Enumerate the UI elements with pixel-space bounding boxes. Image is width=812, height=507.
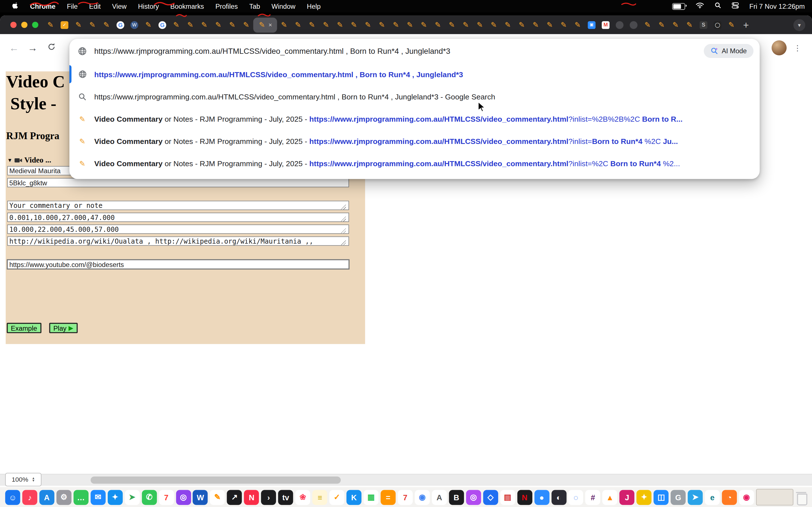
dock-icon-telegram[interactable]: ➤ xyxy=(688,490,703,504)
tab[interactable]: ✎ xyxy=(668,17,682,33)
example-button[interactable]: Example xyxy=(7,323,41,333)
dock-icon-pages[interactable]: ✎ xyxy=(210,490,225,504)
reload-button[interactable] xyxy=(43,43,59,54)
tab[interactable]: ✎ xyxy=(361,17,375,33)
dock-icon-docker[interactable]: ◫ xyxy=(654,490,668,504)
video-details-toggle[interactable]: ▼ Video ... xyxy=(7,156,51,165)
dock-icon-photos[interactable]: ❀ xyxy=(295,490,310,504)
zoom-window-button[interactable] xyxy=(32,22,38,28)
menu-item-tab[interactable]: Tab xyxy=(244,2,266,10)
scrollbar-thumb[interactable] xyxy=(91,476,341,484)
tab[interactable]: ✎ xyxy=(473,17,487,33)
tab[interactable]: ✎ xyxy=(725,17,739,33)
links-textarea[interactable]: http://wikipedia.org/wiki/Oualata , http… xyxy=(7,236,349,245)
tab-close-icon[interactable]: × xyxy=(268,22,272,28)
tab[interactable]: ✎ xyxy=(100,17,114,33)
dock-icon-tv[interactable]: tv xyxy=(278,490,293,504)
dock-icon-netflix[interactable]: N xyxy=(517,490,532,504)
menu-item-file[interactable]: File xyxy=(61,2,84,10)
new-tab-button[interactable]: + xyxy=(743,20,749,30)
tab[interactable]: ✎ xyxy=(487,17,501,33)
dock-icon-calendar[interactable]: 7 xyxy=(159,490,174,504)
dock-icon-mail[interactable]: ✉ xyxy=(91,490,105,504)
back-button[interactable]: ← xyxy=(6,43,22,54)
tab[interactable]: ✎ xyxy=(571,17,585,33)
video-id-input[interactable] xyxy=(7,178,349,187)
omnibox[interactable]: https://www.rjmprogramming.com.au/HTMLCS… xyxy=(69,39,760,63)
tab-active[interactable]: ✎× xyxy=(253,17,277,33)
horizontal-scrollbar[interactable] xyxy=(0,474,812,486)
tab[interactable]: ✎ xyxy=(71,17,86,33)
dock-icon-word[interactable]: W xyxy=(193,490,208,504)
tab[interactable]: ✎ xyxy=(375,17,389,33)
start-times-textarea[interactable]: 0.001,10.000,27.000,47.000 xyxy=(7,213,349,222)
tab[interactable]: ✎ xyxy=(319,17,333,33)
tab[interactable]: ✎ xyxy=(169,17,184,33)
dock-icon-dropbox[interactable]: ◇ xyxy=(483,490,498,504)
zoom-control[interactable]: 100% ▲▼ xyxy=(5,473,42,487)
dock-icon-podcast-app[interactable]: ◎ xyxy=(466,490,481,504)
tab[interactable]: ✎ xyxy=(515,17,529,33)
dock-icon-messages[interactable]: … xyxy=(73,490,88,504)
dock-icon-slack[interactable]: # xyxy=(585,490,600,504)
dock-icon-numbers[interactable]: ▦ xyxy=(363,490,378,504)
menu-item-history[interactable]: History xyxy=(132,2,165,10)
tab[interactable]: ✎ xyxy=(557,17,571,33)
tab[interactable]: ✎ xyxy=(277,17,291,33)
dock-icon-obs[interactable]: ◐ xyxy=(551,490,566,504)
dock-icon-preview[interactable]: ▤ xyxy=(500,490,515,504)
dock-icon-reminders[interactable]: ✓ xyxy=(329,490,344,504)
menu-item-edit[interactable]: Edit xyxy=(84,2,107,10)
tab[interactable]: ✎ xyxy=(305,17,319,33)
tab[interactable]: ✎ xyxy=(445,17,459,33)
menu-item-bookmarks[interactable]: Bookmarks xyxy=(165,2,210,10)
site-globe-icon[interactable] xyxy=(77,46,88,55)
tab[interactable]: ✎ xyxy=(403,17,417,33)
tab[interactable] xyxy=(626,17,641,33)
dock-icon-podcasts[interactable]: ◎ xyxy=(176,490,191,504)
dock-icon-colorsync[interactable]: ◉ xyxy=(739,490,754,504)
dock-icon-music[interactable]: ♪ xyxy=(22,490,37,504)
tab[interactable]: G xyxy=(113,17,128,33)
dock-icon-github[interactable]: G xyxy=(671,490,686,504)
tab[interactable]: ✎ xyxy=(225,17,239,33)
dock-icon-chrome[interactable]: ◉ xyxy=(415,490,430,504)
tab[interactable]: ✎ xyxy=(43,17,57,33)
suggestion-row[interactable]: https://www.rjmprogramming.com.au/HTMLCS… xyxy=(69,86,760,108)
close-window-button[interactable] xyxy=(10,22,17,28)
menu-item-help[interactable]: Help xyxy=(301,2,326,10)
tab[interactable]: ✎ xyxy=(417,17,431,33)
dock-icon-bear[interactable]: B xyxy=(449,490,464,504)
dock-icon-settings[interactable]: ⚙ xyxy=(56,490,71,504)
end-times-textarea[interactable]: 10.000,22.000,45.000,57.000 xyxy=(7,224,349,234)
dock-icon-notes[interactable]: ≡ xyxy=(312,490,327,504)
tab[interactable]: M xyxy=(599,17,613,33)
zoom-stepper-icon[interactable]: ▲▼ xyxy=(32,477,35,482)
tab-search-button[interactable]: ▾ xyxy=(794,19,805,31)
tab[interactable]: ✎ xyxy=(459,17,473,33)
dock-icon-jetbrains[interactable]: J xyxy=(619,490,635,504)
menu-item-app-name[interactable]: Chrome xyxy=(24,2,61,10)
trash-icon[interactable] xyxy=(795,490,807,504)
tab[interactable]: ✎ xyxy=(529,17,543,33)
tab[interactable] xyxy=(613,17,627,33)
tab[interactable]: ✎ xyxy=(543,17,557,33)
tab[interactable]: ✎ xyxy=(501,17,515,33)
dock-icon-terminal[interactable]: › xyxy=(261,490,276,504)
menu-bar-clock[interactable]: Fri 7 Nov 12:26pm xyxy=(749,2,805,10)
dock-icon-onedrive[interactable]: ◌ xyxy=(568,490,583,504)
dock-icon-news[interactable]: N xyxy=(244,490,259,504)
tab[interactable]: ✎ xyxy=(197,17,211,33)
tab[interactable]: ✎ xyxy=(141,17,155,33)
spotlight-search-icon[interactable] xyxy=(715,2,721,10)
dock-icon-keynote[interactable]: K xyxy=(347,490,361,504)
apple-menu-icon[interactable] xyxy=(6,2,24,10)
forward-button[interactable]: → xyxy=(25,43,40,54)
dock-icon-automator[interactable]: ✦ xyxy=(637,490,652,504)
dock-icon-vlc[interactable]: ▲ xyxy=(603,490,617,504)
wifi-icon[interactable] xyxy=(696,2,704,10)
tab[interactable]: ◯ xyxy=(711,17,725,33)
dock-icon-finder[interactable]: ☺ xyxy=(5,490,20,504)
tab[interactable]: ✎ xyxy=(347,17,361,33)
dock-icon-archive[interactable]: 7 xyxy=(398,490,412,504)
